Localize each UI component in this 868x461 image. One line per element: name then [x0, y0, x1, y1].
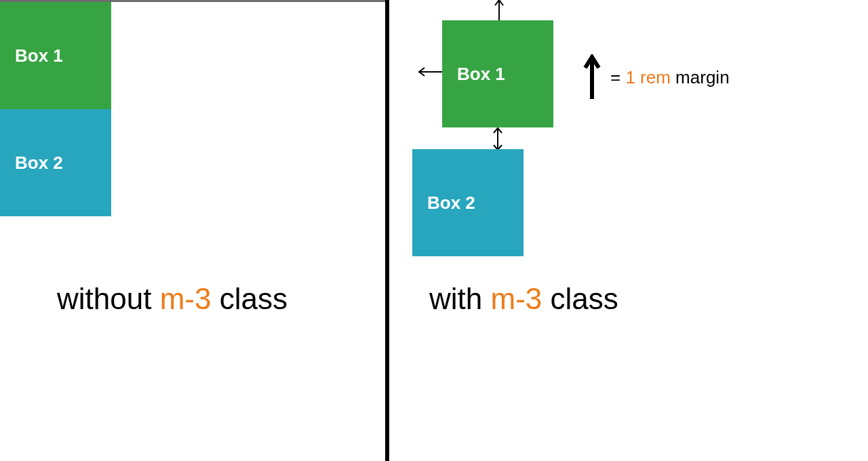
box-2-label: Box 2 [15, 153, 63, 174]
caption-left-suffix: class [211, 282, 287, 315]
arrow-up-bold-icon [583, 54, 601, 100]
caption-right-suffix: class [542, 282, 618, 315]
arrow-vertical-between-icon [491, 126, 505, 152]
caption-with: with m-3 class [429, 282, 618, 316]
arrow-up-icon [492, 0, 506, 22]
box-1-no-margin: Box 1 [0, 2, 111, 109]
box-1-label: Box 1 [15, 45, 63, 66]
box-1-with-margin: Box 1 [442, 20, 553, 127]
legend-equals: = [610, 67, 625, 87]
caption-without: without m-3 class [57, 282, 288, 316]
caption-right-prefix: with [429, 282, 490, 315]
box-1-label: Box 1 [457, 64, 505, 85]
box-2-with-margin: Box 2 [412, 149, 524, 256]
box-2-label: Box 2 [427, 193, 475, 214]
legend-text: = 1 rem margin [610, 67, 730, 88]
caption-left-code: m-3 [160, 282, 212, 315]
legend: = 1 rem margin [583, 54, 730, 100]
legend-value-code: 1 rem [625, 67, 670, 87]
panel-without-margin: Box 1 Box 2 [0, 0, 385, 461]
legend-suffix: margin [671, 67, 730, 87]
arrow-left-icon [415, 65, 443, 79]
vertical-divider [385, 0, 389, 461]
box-2-no-margin: Box 2 [0, 109, 111, 216]
caption-right-code: m-3 [490, 282, 542, 315]
caption-left-prefix: without [57, 282, 160, 315]
